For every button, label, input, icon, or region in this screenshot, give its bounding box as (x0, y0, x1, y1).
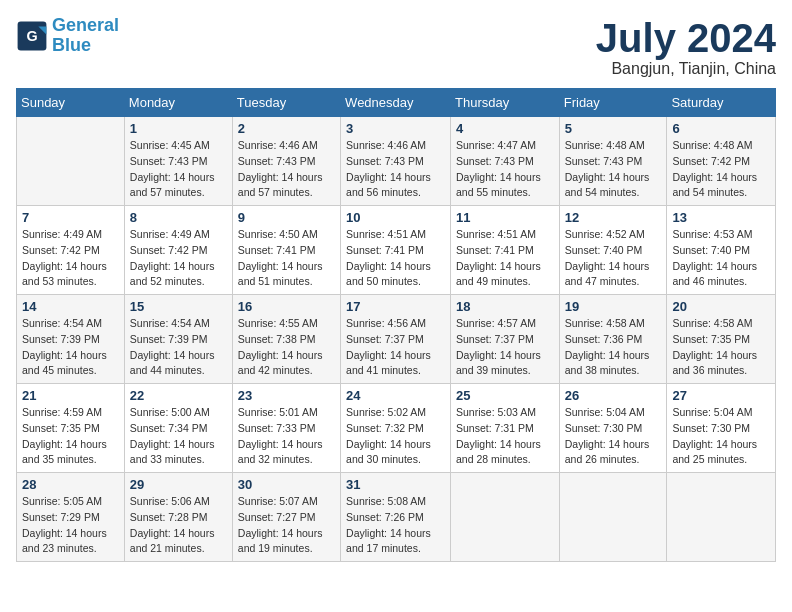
calendar-day-cell: 6Sunrise: 4:48 AMSunset: 7:42 PMDaylight… (667, 117, 776, 206)
calendar-day-cell: 8Sunrise: 4:49 AMSunset: 7:42 PMDaylight… (124, 206, 232, 295)
calendar-day-cell: 26Sunrise: 5:04 AMSunset: 7:30 PMDayligh… (559, 384, 667, 473)
day-info: Sunrise: 5:03 AMSunset: 7:31 PMDaylight:… (456, 405, 554, 468)
weekday-header-cell: Sunday (17, 89, 125, 117)
day-info: Sunrise: 4:49 AMSunset: 7:42 PMDaylight:… (22, 227, 119, 290)
calendar-day-cell: 18Sunrise: 4:57 AMSunset: 7:37 PMDayligh… (451, 295, 560, 384)
day-number: 9 (238, 210, 335, 225)
calendar-day-cell: 24Sunrise: 5:02 AMSunset: 7:32 PMDayligh… (341, 384, 451, 473)
day-info: Sunrise: 4:51 AMSunset: 7:41 PMDaylight:… (456, 227, 554, 290)
calendar-day-cell: 21Sunrise: 4:59 AMSunset: 7:35 PMDayligh… (17, 384, 125, 473)
calendar-day-cell: 9Sunrise: 4:50 AMSunset: 7:41 PMDaylight… (232, 206, 340, 295)
calendar-day-cell: 28Sunrise: 5:05 AMSunset: 7:29 PMDayligh… (17, 473, 125, 562)
calendar-day-cell: 17Sunrise: 4:56 AMSunset: 7:37 PMDayligh… (341, 295, 451, 384)
day-number: 21 (22, 388, 119, 403)
day-info: Sunrise: 4:47 AMSunset: 7:43 PMDaylight:… (456, 138, 554, 201)
page-header: G General Blue July 2024 Bangjun, Tianji… (16, 16, 776, 78)
day-info: Sunrise: 5:05 AMSunset: 7:29 PMDaylight:… (22, 494, 119, 557)
day-number: 14 (22, 299, 119, 314)
day-info: Sunrise: 5:07 AMSunset: 7:27 PMDaylight:… (238, 494, 335, 557)
day-number: 23 (238, 388, 335, 403)
calendar-week-row: 14Sunrise: 4:54 AMSunset: 7:39 PMDayligh… (17, 295, 776, 384)
day-info: Sunrise: 4:51 AMSunset: 7:41 PMDaylight:… (346, 227, 445, 290)
calendar-week-row: 1Sunrise: 4:45 AMSunset: 7:43 PMDaylight… (17, 117, 776, 206)
day-number: 7 (22, 210, 119, 225)
day-number: 24 (346, 388, 445, 403)
day-info: Sunrise: 4:58 AMSunset: 7:35 PMDaylight:… (672, 316, 770, 379)
calendar-day-cell: 25Sunrise: 5:03 AMSunset: 7:31 PMDayligh… (451, 384, 560, 473)
day-number: 28 (22, 477, 119, 492)
calendar-day-cell: 29Sunrise: 5:06 AMSunset: 7:28 PMDayligh… (124, 473, 232, 562)
calendar-day-cell (667, 473, 776, 562)
day-info: Sunrise: 4:58 AMSunset: 7:36 PMDaylight:… (565, 316, 662, 379)
weekday-header-cell: Saturday (667, 89, 776, 117)
calendar-day-cell: 13Sunrise: 4:53 AMSunset: 7:40 PMDayligh… (667, 206, 776, 295)
calendar-day-cell: 23Sunrise: 5:01 AMSunset: 7:33 PMDayligh… (232, 384, 340, 473)
calendar-week-row: 28Sunrise: 5:05 AMSunset: 7:29 PMDayligh… (17, 473, 776, 562)
day-info: Sunrise: 4:55 AMSunset: 7:38 PMDaylight:… (238, 316, 335, 379)
weekday-header-cell: Thursday (451, 89, 560, 117)
day-info: Sunrise: 4:54 AMSunset: 7:39 PMDaylight:… (130, 316, 227, 379)
calendar-day-cell: 12Sunrise: 4:52 AMSunset: 7:40 PMDayligh… (559, 206, 667, 295)
calendar-table: SundayMondayTuesdayWednesdayThursdayFrid… (16, 88, 776, 562)
calendar-day-cell: 3Sunrise: 4:46 AMSunset: 7:43 PMDaylight… (341, 117, 451, 206)
day-number: 6 (672, 121, 770, 136)
day-info: Sunrise: 4:46 AMSunset: 7:43 PMDaylight:… (238, 138, 335, 201)
calendar-day-cell: 2Sunrise: 4:46 AMSunset: 7:43 PMDaylight… (232, 117, 340, 206)
weekday-header-cell: Friday (559, 89, 667, 117)
day-number: 17 (346, 299, 445, 314)
calendar-day-cell: 30Sunrise: 5:07 AMSunset: 7:27 PMDayligh… (232, 473, 340, 562)
day-info: Sunrise: 5:04 AMSunset: 7:30 PMDaylight:… (672, 405, 770, 468)
title-block: July 2024 Bangjun, Tianjin, China (596, 16, 776, 78)
weekday-header-row: SundayMondayTuesdayWednesdayThursdayFrid… (17, 89, 776, 117)
calendar-day-cell: 15Sunrise: 4:54 AMSunset: 7:39 PMDayligh… (124, 295, 232, 384)
calendar-day-cell: 5Sunrise: 4:48 AMSunset: 7:43 PMDaylight… (559, 117, 667, 206)
day-info: Sunrise: 5:08 AMSunset: 7:26 PMDaylight:… (346, 494, 445, 557)
calendar-day-cell: 4Sunrise: 4:47 AMSunset: 7:43 PMDaylight… (451, 117, 560, 206)
logo-text: General Blue (52, 16, 119, 56)
day-number: 3 (346, 121, 445, 136)
calendar-day-cell: 14Sunrise: 4:54 AMSunset: 7:39 PMDayligh… (17, 295, 125, 384)
day-info: Sunrise: 4:48 AMSunset: 7:42 PMDaylight:… (672, 138, 770, 201)
day-info: Sunrise: 5:01 AMSunset: 7:33 PMDaylight:… (238, 405, 335, 468)
day-number: 29 (130, 477, 227, 492)
day-number: 13 (672, 210, 770, 225)
day-info: Sunrise: 5:06 AMSunset: 7:28 PMDaylight:… (130, 494, 227, 557)
day-info: Sunrise: 4:48 AMSunset: 7:43 PMDaylight:… (565, 138, 662, 201)
month-title: July 2024 (596, 16, 776, 60)
day-info: Sunrise: 5:02 AMSunset: 7:32 PMDaylight:… (346, 405, 445, 468)
calendar-day-cell: 27Sunrise: 5:04 AMSunset: 7:30 PMDayligh… (667, 384, 776, 473)
day-number: 25 (456, 388, 554, 403)
day-number: 2 (238, 121, 335, 136)
weekday-header-cell: Wednesday (341, 89, 451, 117)
day-info: Sunrise: 5:04 AMSunset: 7:30 PMDaylight:… (565, 405, 662, 468)
weekday-header-cell: Monday (124, 89, 232, 117)
day-info: Sunrise: 4:56 AMSunset: 7:37 PMDaylight:… (346, 316, 445, 379)
calendar-day-cell (559, 473, 667, 562)
day-info: Sunrise: 4:54 AMSunset: 7:39 PMDaylight:… (22, 316, 119, 379)
calendar-day-cell (17, 117, 125, 206)
day-number: 31 (346, 477, 445, 492)
day-number: 27 (672, 388, 770, 403)
day-number: 8 (130, 210, 227, 225)
calendar-day-cell (451, 473, 560, 562)
day-number: 22 (130, 388, 227, 403)
weekday-header-cell: Tuesday (232, 89, 340, 117)
day-number: 20 (672, 299, 770, 314)
day-info: Sunrise: 4:52 AMSunset: 7:40 PMDaylight:… (565, 227, 662, 290)
day-number: 10 (346, 210, 445, 225)
calendar-week-row: 21Sunrise: 4:59 AMSunset: 7:35 PMDayligh… (17, 384, 776, 473)
calendar-day-cell: 16Sunrise: 4:55 AMSunset: 7:38 PMDayligh… (232, 295, 340, 384)
day-number: 5 (565, 121, 662, 136)
day-number: 26 (565, 388, 662, 403)
day-number: 11 (456, 210, 554, 225)
day-number: 15 (130, 299, 227, 314)
calendar-body: 1Sunrise: 4:45 AMSunset: 7:43 PMDaylight… (17, 117, 776, 562)
day-info: Sunrise: 4:53 AMSunset: 7:40 PMDaylight:… (672, 227, 770, 290)
location: Bangjun, Tianjin, China (596, 60, 776, 78)
day-number: 19 (565, 299, 662, 314)
day-info: Sunrise: 4:46 AMSunset: 7:43 PMDaylight:… (346, 138, 445, 201)
calendar-day-cell: 31Sunrise: 5:08 AMSunset: 7:26 PMDayligh… (341, 473, 451, 562)
calendar-day-cell: 11Sunrise: 4:51 AMSunset: 7:41 PMDayligh… (451, 206, 560, 295)
day-number: 12 (565, 210, 662, 225)
day-info: Sunrise: 4:45 AMSunset: 7:43 PMDaylight:… (130, 138, 227, 201)
